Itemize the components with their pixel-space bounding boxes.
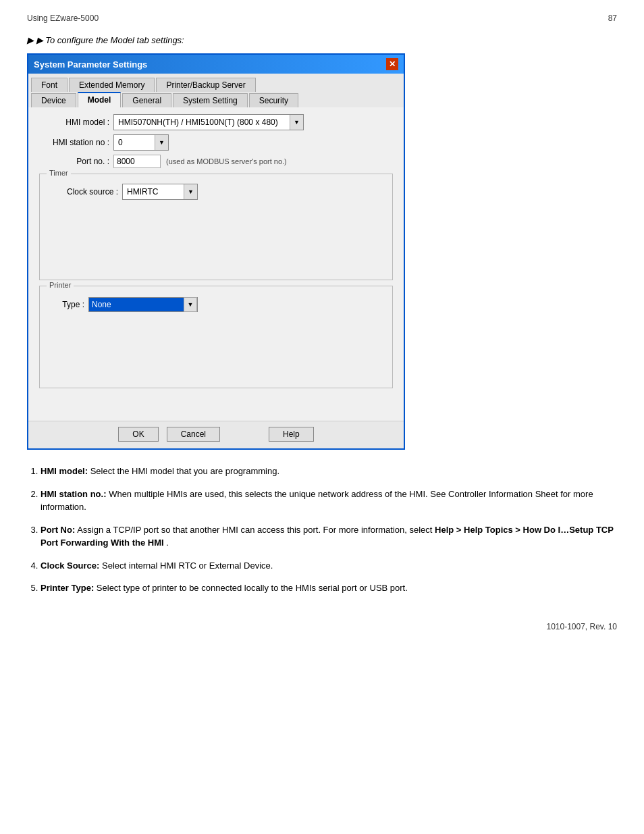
clock-source-value: HMIRTC xyxy=(123,186,184,198)
list-item-5-text: Select type of printer to be connected l… xyxy=(97,583,408,593)
close-button[interactable]: ✕ xyxy=(386,58,398,70)
hmi-station-value: 0 xyxy=(114,136,155,149)
list-item-3-text2: . xyxy=(166,538,169,548)
hmi-model-value: HMI5070NH(TH) / HMI5100N(T) (800 x 480) xyxy=(114,116,290,128)
help-button[interactable]: Help xyxy=(269,427,314,442)
list-item-4: Clock Source: Select internal HMI RTC or… xyxy=(41,559,617,573)
list-item-3-bold: Port No: xyxy=(41,525,75,535)
tab-extended-memory[interactable]: Extended Memory xyxy=(69,78,155,92)
hmi-station-label: HMI station no : xyxy=(39,138,113,147)
tabs-row-2: Device Model General System Setting Secu… xyxy=(28,92,404,107)
tab-system-setting[interactable]: System Setting xyxy=(173,93,248,107)
hmi-model-row: HMI model : HMI5070NH(TH) / HMI5100N(T) … xyxy=(39,114,393,130)
list-item-2: HMI station no.: When multiple HMIs are … xyxy=(41,488,617,514)
footer-text: 1010-1007, Rev. 10 xyxy=(546,622,617,631)
timer-group: Timer Clock source : HMIRTC ▼ xyxy=(39,174,393,280)
numbered-list: HMI model: Select the HMI model that you… xyxy=(27,465,617,595)
dialog-titlebar: System Parameter Settings ✕ xyxy=(28,55,404,74)
list-item-2-text: When multiple HMIs are used, this select… xyxy=(41,489,593,513)
list-item-2-bold: HMI station no.: xyxy=(41,489,107,499)
hmi-model-label: HMI model : xyxy=(39,118,113,127)
intro-label: ▶ To configure the Model tab settings: xyxy=(36,35,184,45)
header-right: 87 xyxy=(608,14,617,23)
list-item-5: Printer Type: Select type of printer to … xyxy=(41,581,617,595)
printer-group: Printer Type : None ▼ xyxy=(39,286,393,388)
page-header: Using EZware-5000 87 xyxy=(27,14,617,23)
list-item-4-bold: Clock Source: xyxy=(41,561,99,571)
printer-type-select[interactable]: None ▼ xyxy=(88,297,198,312)
ok-button[interactable]: OK xyxy=(118,427,158,442)
list-item-1-text: Select the HMI model that you are progra… xyxy=(90,466,279,476)
port-note: (used as MODBUS server's port no.) xyxy=(166,157,287,165)
clock-source-row: Clock source : HMIRTC ▼ xyxy=(48,184,384,200)
header-left: Using EZware-5000 xyxy=(27,14,99,23)
tab-model[interactable]: Model xyxy=(78,92,122,107)
list-item-3-text: Assign a TCP/IP port so that another HMI… xyxy=(77,525,435,535)
hmi-station-dropdown-arrow[interactable]: ▼ xyxy=(155,135,168,150)
tab-general[interactable]: General xyxy=(122,93,171,107)
timer-group-label: Timer xyxy=(47,169,71,177)
clock-source-dropdown-arrow[interactable]: ▼ xyxy=(184,184,197,199)
list-item-5-bold: Printer Type: xyxy=(41,583,94,593)
cancel-button[interactable]: Cancel xyxy=(167,427,220,442)
list-item-1-bold: HMI model: xyxy=(41,466,88,476)
printer-type-dropdown-arrow[interactable]: ▼ xyxy=(184,297,197,312)
dialog-body: HMI model : HMI5070NH(TH) / HMI5100N(T) … xyxy=(28,107,404,421)
printer-type-label: Type : xyxy=(48,300,88,309)
list-item-4-text: Select internal HMI RTC or External Devi… xyxy=(102,561,273,571)
hmi-model-dropdown-arrow[interactable]: ▼ xyxy=(290,115,303,130)
tabs-row-1: Font Extended Memory Printer/Backup Serv… xyxy=(28,74,404,92)
list-item-3: Port No: Assign a TCP/IP port so that an… xyxy=(41,523,617,550)
hmi-model-select-wrapper[interactable]: HMI5070NH(TH) / HMI5100N(T) (800 x 480) … xyxy=(113,114,304,130)
tab-security[interactable]: Security xyxy=(249,93,298,107)
printer-group-label: Printer xyxy=(47,281,74,289)
hmi-station-select-wrapper[interactable]: 0 ▼ xyxy=(113,134,169,151)
clock-source-label: Clock source : xyxy=(48,187,122,197)
tab-printer-backup[interactable]: Printer/Backup Server xyxy=(156,78,255,92)
printer-type-row: Type : None ▼ xyxy=(48,297,384,312)
port-row: Port no. : (used as MODBUS server's port… xyxy=(39,155,393,168)
hmi-station-row: HMI station no : 0 ▼ xyxy=(39,134,393,151)
list-item-1: HMI model: Select the HMI model that you… xyxy=(41,465,617,478)
dialog-title-text: System Parameter Settings xyxy=(34,59,147,70)
port-input[interactable] xyxy=(113,155,161,168)
clock-source-select-wrapper[interactable]: HMIRTC ▼ xyxy=(122,184,198,200)
printer-type-value: None xyxy=(89,298,184,311)
port-label: Port no. : xyxy=(39,157,113,166)
intro-text: ▶ ▶ To configure the Model tab settings: xyxy=(27,35,617,45)
page-footer: 1010-1007, Rev. 10 xyxy=(27,622,617,631)
arrow-icon: ▶ xyxy=(27,35,36,45)
system-parameter-dialog: System Parameter Settings ✕ Font Extende… xyxy=(27,53,405,450)
tab-device[interactable]: Device xyxy=(31,93,76,107)
tab-font[interactable]: Font xyxy=(31,78,68,92)
dialog-footer: OK Cancel Help xyxy=(28,421,404,448)
